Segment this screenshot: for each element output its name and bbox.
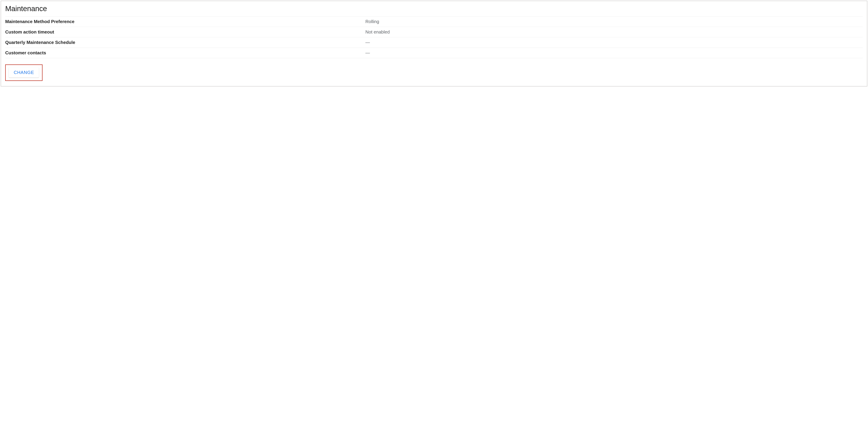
table-row: Quarterly Maintenance Schedule — [5, 37, 863, 48]
table-row: Customer contacts — [5, 48, 863, 58]
row-label-maintenance-method: Maintenance Method Preference [5, 19, 365, 24]
row-label-custom-action-timeout: Custom action timeout [5, 29, 365, 35]
table-row: Maintenance Method Preference Rolling [5, 17, 863, 27]
row-value-customer-contacts: — [365, 50, 863, 56]
section-title: Maintenance [5, 4, 863, 17]
maintenance-panel: Maintenance Maintenance Method Preferenc… [1, 1, 867, 87]
row-value-maintenance-method: Rolling [365, 19, 863, 24]
highlight-annotation: CHANGE [5, 64, 42, 81]
row-value-quarterly-schedule: — [365, 40, 863, 45]
row-label-quarterly-schedule: Quarterly Maintenance Schedule [5, 40, 365, 45]
change-button[interactable]: CHANGE [9, 67, 39, 78]
action-area: CHANGE [5, 64, 863, 81]
row-value-custom-action-timeout: Not enabled [365, 29, 863, 35]
row-label-customer-contacts: Customer contacts [5, 50, 365, 56]
table-row: Custom action timeout Not enabled [5, 27, 863, 37]
